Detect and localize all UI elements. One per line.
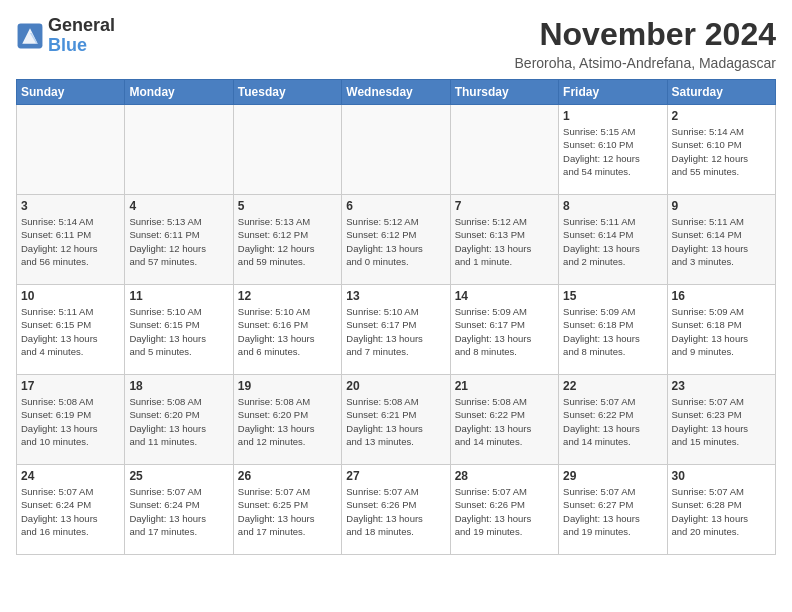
- calendar-cell: 9Sunrise: 5:11 AM Sunset: 6:14 PM Daylig…: [667, 195, 775, 285]
- day-number: 21: [455, 379, 554, 393]
- calendar-cell: [233, 105, 341, 195]
- weekday-header: Saturday: [667, 80, 775, 105]
- day-info: Sunrise: 5:08 AM Sunset: 6:20 PM Dayligh…: [129, 395, 228, 448]
- calendar-cell: 6Sunrise: 5:12 AM Sunset: 6:12 PM Daylig…: [342, 195, 450, 285]
- day-number: 23: [672, 379, 771, 393]
- weekday-header: Sunday: [17, 80, 125, 105]
- calendar-cell: 19Sunrise: 5:08 AM Sunset: 6:20 PM Dayli…: [233, 375, 341, 465]
- day-info: Sunrise: 5:09 AM Sunset: 6:17 PM Dayligh…: [455, 305, 554, 358]
- day-number: 6: [346, 199, 445, 213]
- calendar-cell: [342, 105, 450, 195]
- calendar-cell: 23Sunrise: 5:07 AM Sunset: 6:23 PM Dayli…: [667, 375, 775, 465]
- calendar-cell: 10Sunrise: 5:11 AM Sunset: 6:15 PM Dayli…: [17, 285, 125, 375]
- day-info: Sunrise: 5:07 AM Sunset: 6:28 PM Dayligh…: [672, 485, 771, 538]
- day-number: 11: [129, 289, 228, 303]
- calendar-cell: 15Sunrise: 5:09 AM Sunset: 6:18 PM Dayli…: [559, 285, 667, 375]
- day-number: 10: [21, 289, 120, 303]
- logo-text: General Blue: [48, 16, 115, 56]
- calendar-cell: 18Sunrise: 5:08 AM Sunset: 6:20 PM Dayli…: [125, 375, 233, 465]
- day-info: Sunrise: 5:12 AM Sunset: 6:13 PM Dayligh…: [455, 215, 554, 268]
- logo-icon: [16, 22, 44, 50]
- weekday-header: Monday: [125, 80, 233, 105]
- calendar-cell: 16Sunrise: 5:09 AM Sunset: 6:18 PM Dayli…: [667, 285, 775, 375]
- day-info: Sunrise: 5:09 AM Sunset: 6:18 PM Dayligh…: [563, 305, 662, 358]
- header: General Blue November 2024 Beroroha, Ats…: [16, 16, 776, 71]
- calendar-table: SundayMondayTuesdayWednesdayThursdayFrid…: [16, 79, 776, 555]
- calendar-cell: 5Sunrise: 5:13 AM Sunset: 6:12 PM Daylig…: [233, 195, 341, 285]
- day-info: Sunrise: 5:07 AM Sunset: 6:24 PM Dayligh…: [129, 485, 228, 538]
- day-info: Sunrise: 5:07 AM Sunset: 6:26 PM Dayligh…: [346, 485, 445, 538]
- day-number: 19: [238, 379, 337, 393]
- calendar-cell: 11Sunrise: 5:10 AM Sunset: 6:15 PM Dayli…: [125, 285, 233, 375]
- day-info: Sunrise: 5:07 AM Sunset: 6:25 PM Dayligh…: [238, 485, 337, 538]
- day-info: Sunrise: 5:07 AM Sunset: 6:22 PM Dayligh…: [563, 395, 662, 448]
- day-number: 5: [238, 199, 337, 213]
- day-number: 15: [563, 289, 662, 303]
- day-number: 1: [563, 109, 662, 123]
- weekday-header: Tuesday: [233, 80, 341, 105]
- day-info: Sunrise: 5:10 AM Sunset: 6:17 PM Dayligh…: [346, 305, 445, 358]
- calendar-cell: 8Sunrise: 5:11 AM Sunset: 6:14 PM Daylig…: [559, 195, 667, 285]
- calendar-cell: 29Sunrise: 5:07 AM Sunset: 6:27 PM Dayli…: [559, 465, 667, 555]
- day-info: Sunrise: 5:10 AM Sunset: 6:15 PM Dayligh…: [129, 305, 228, 358]
- day-number: 25: [129, 469, 228, 483]
- day-info: Sunrise: 5:08 AM Sunset: 6:19 PM Dayligh…: [21, 395, 120, 448]
- calendar-cell: 13Sunrise: 5:10 AM Sunset: 6:17 PM Dayli…: [342, 285, 450, 375]
- day-number: 16: [672, 289, 771, 303]
- day-info: Sunrise: 5:14 AM Sunset: 6:11 PM Dayligh…: [21, 215, 120, 268]
- day-number: 13: [346, 289, 445, 303]
- day-number: 20: [346, 379, 445, 393]
- day-info: Sunrise: 5:08 AM Sunset: 6:21 PM Dayligh…: [346, 395, 445, 448]
- day-info: Sunrise: 5:11 AM Sunset: 6:14 PM Dayligh…: [672, 215, 771, 268]
- calendar-cell: [125, 105, 233, 195]
- day-number: 8: [563, 199, 662, 213]
- calendar-cell: 26Sunrise: 5:07 AM Sunset: 6:25 PM Dayli…: [233, 465, 341, 555]
- day-info: Sunrise: 5:07 AM Sunset: 6:27 PM Dayligh…: [563, 485, 662, 538]
- day-info: Sunrise: 5:13 AM Sunset: 6:12 PM Dayligh…: [238, 215, 337, 268]
- day-info: Sunrise: 5:10 AM Sunset: 6:16 PM Dayligh…: [238, 305, 337, 358]
- calendar-cell: 4Sunrise: 5:13 AM Sunset: 6:11 PM Daylig…: [125, 195, 233, 285]
- calendar-cell: 2Sunrise: 5:14 AM Sunset: 6:10 PM Daylig…: [667, 105, 775, 195]
- calendar-cell: 1Sunrise: 5:15 AM Sunset: 6:10 PM Daylig…: [559, 105, 667, 195]
- calendar-cell: 12Sunrise: 5:10 AM Sunset: 6:16 PM Dayli…: [233, 285, 341, 375]
- day-number: 28: [455, 469, 554, 483]
- day-info: Sunrise: 5:13 AM Sunset: 6:11 PM Dayligh…: [129, 215, 228, 268]
- calendar-cell: 22Sunrise: 5:07 AM Sunset: 6:22 PM Dayli…: [559, 375, 667, 465]
- calendar-cell: 17Sunrise: 5:08 AM Sunset: 6:19 PM Dayli…: [17, 375, 125, 465]
- day-info: Sunrise: 5:07 AM Sunset: 6:26 PM Dayligh…: [455, 485, 554, 538]
- day-number: 18: [129, 379, 228, 393]
- weekday-header: Friday: [559, 80, 667, 105]
- day-number: 30: [672, 469, 771, 483]
- day-number: 22: [563, 379, 662, 393]
- day-info: Sunrise: 5:08 AM Sunset: 6:22 PM Dayligh…: [455, 395, 554, 448]
- day-number: 29: [563, 469, 662, 483]
- day-info: Sunrise: 5:08 AM Sunset: 6:20 PM Dayligh…: [238, 395, 337, 448]
- calendar-cell: 30Sunrise: 5:07 AM Sunset: 6:28 PM Dayli…: [667, 465, 775, 555]
- day-info: Sunrise: 5:12 AM Sunset: 6:12 PM Dayligh…: [346, 215, 445, 268]
- day-number: 9: [672, 199, 771, 213]
- day-info: Sunrise: 5:11 AM Sunset: 6:14 PM Dayligh…: [563, 215, 662, 268]
- calendar-cell: 28Sunrise: 5:07 AM Sunset: 6:26 PM Dayli…: [450, 465, 558, 555]
- day-info: Sunrise: 5:11 AM Sunset: 6:15 PM Dayligh…: [21, 305, 120, 358]
- day-info: Sunrise: 5:07 AM Sunset: 6:23 PM Dayligh…: [672, 395, 771, 448]
- day-number: 24: [21, 469, 120, 483]
- day-number: 27: [346, 469, 445, 483]
- calendar-cell: 20Sunrise: 5:08 AM Sunset: 6:21 PM Dayli…: [342, 375, 450, 465]
- day-number: 2: [672, 109, 771, 123]
- calendar-cell: 7Sunrise: 5:12 AM Sunset: 6:13 PM Daylig…: [450, 195, 558, 285]
- day-info: Sunrise: 5:15 AM Sunset: 6:10 PM Dayligh…: [563, 125, 662, 178]
- calendar-cell: 3Sunrise: 5:14 AM Sunset: 6:11 PM Daylig…: [17, 195, 125, 285]
- weekday-header: Thursday: [450, 80, 558, 105]
- day-number: 3: [21, 199, 120, 213]
- day-number: 14: [455, 289, 554, 303]
- day-number: 7: [455, 199, 554, 213]
- logo: General Blue: [16, 16, 115, 56]
- calendar-cell: [450, 105, 558, 195]
- day-number: 12: [238, 289, 337, 303]
- weekday-header: Wednesday: [342, 80, 450, 105]
- calendar-cell: 24Sunrise: 5:07 AM Sunset: 6:24 PM Dayli…: [17, 465, 125, 555]
- calendar-cell: 27Sunrise: 5:07 AM Sunset: 6:26 PM Dayli…: [342, 465, 450, 555]
- day-number: 17: [21, 379, 120, 393]
- day-info: Sunrise: 5:14 AM Sunset: 6:10 PM Dayligh…: [672, 125, 771, 178]
- day-info: Sunrise: 5:07 AM Sunset: 6:24 PM Dayligh…: [21, 485, 120, 538]
